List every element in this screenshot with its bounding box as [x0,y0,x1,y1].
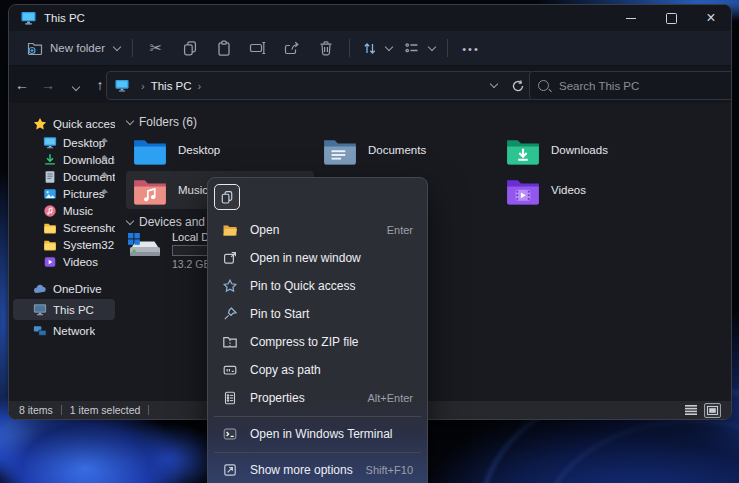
menu-item-label: Open in new window [250,251,413,265]
sidebar-item-label: Videos [63,256,98,268]
folders-section-header[interactable]: Folders (6) [127,115,197,129]
sidebar-item-documents[interactable]: Documents [13,168,115,185]
menu-item-open-in-new-window[interactable]: Open in new window [212,244,423,272]
network-icon [33,324,47,338]
toolbar-separator [132,39,133,57]
pin-icon [98,137,109,148]
folder-tile-documents[interactable]: Documents [316,131,504,169]
this-pc-icon [115,79,129,92]
music-folder-icon [132,176,168,205]
cut-icon [150,39,163,57]
search-input[interactable] [557,79,732,93]
minimize-button[interactable] [611,5,651,31]
delete-button[interactable] [309,40,343,57]
breadcrumb-item-this-pc[interactable]: This PC [151,80,192,92]
rename-button[interactable] [241,40,275,56]
folder-tile-downloads[interactable]: Downloads [499,131,687,169]
sidebar-item-network[interactable]: Network [13,320,115,341]
see-more-button[interactable] [454,39,488,57]
menu-item-pin-to-quick-access[interactable]: Pin to Quick access [212,272,423,300]
menu-item-label: Open in Windows Terminal [250,427,413,441]
menu-item-label: Pin to Quick access [250,279,413,293]
download-icon [43,153,57,167]
folder-icon [43,221,57,235]
new-folder-label: New folder [50,42,105,54]
sidebar-item-label: Music [63,205,93,217]
context-menu-command-bar [212,184,423,216]
address-bar: › This PC › [9,66,731,103]
sidebar-item-system32[interactable]: System32 [13,236,115,253]
refresh-button[interactable] [511,79,525,93]
menu-item-compress-to-zip[interactable]: Compress to ZIP file [212,328,423,356]
this-pc-icon [21,11,36,25]
new-folder-icon [27,41,44,56]
folder-tile-label: Desktop [178,144,220,156]
new-folder-button[interactable]: New folder [21,37,126,60]
copy-button[interactable] [173,40,207,57]
pc-icon [33,303,47,317]
menu-item-pin-to-start[interactable]: Pin to Start [212,300,423,328]
videos-icon [43,255,57,269]
sidebar-item-label: OneDrive [53,283,102,295]
menu-item-shortcut: Enter [387,224,413,236]
paste-button[interactable] [207,40,241,57]
maximize-button[interactable] [651,5,691,31]
search-box[interactable] [529,71,732,100]
music-icon [43,204,57,218]
cut-button[interactable] [139,39,173,57]
menu-item-copy-as-path[interactable]: Copy as path [212,356,423,384]
sidebar-item-videos[interactable]: Videos [13,253,115,270]
sidebar-item-label: This PC [53,304,94,316]
view-button[interactable] [398,37,441,59]
folder-tile-label: Music [178,184,208,196]
close-button[interactable] [691,5,731,31]
copy-path-icon [222,362,238,378]
menu-item-open[interactable]: Open Enter [212,216,423,244]
sidebar-item-label: System32 [63,239,114,251]
details-view-button[interactable] [683,404,698,417]
folder-tile-label: Videos [551,184,586,196]
copy-command-button[interactable] [214,184,240,210]
toolbar-separator [447,39,448,57]
window-title: This PC [44,12,85,24]
sidebar-item-this-pc[interactable]: This PC [13,299,115,320]
recent-locations-button[interactable] [61,77,87,93]
back-button[interactable] [9,77,35,93]
folder-tile-videos[interactable]: Videos [499,171,687,209]
sidebar-item-screenshots[interactable]: Screenshots [13,219,115,236]
folder-tile-desktop[interactable]: Desktop [126,131,314,169]
chevron-down-icon [126,216,134,224]
close-icon [706,9,715,27]
document-icon [43,170,57,184]
menu-item-open-in-windows-terminal[interactable]: Open in Windows Terminal [212,420,423,448]
terminal-icon [222,426,238,442]
large-icons-view-button[interactable] [704,403,721,418]
share-button[interactable] [275,40,309,56]
chevron-down-icon [428,42,436,50]
view-icon [404,41,420,55]
sidebar-item-music[interactable]: Music [13,202,115,219]
desktop-icon [43,136,57,150]
copy-icon [182,40,198,57]
sidebar-item-label: Quick access [53,118,115,130]
forward-button[interactable] [35,77,61,93]
sidebar-item-onedrive[interactable]: OneDrive [13,278,115,299]
sidebar-item-pictures[interactable]: Pictures [13,185,115,202]
menu-item-show-more-options[interactable]: Show more options Shift+F10 [212,456,423,483]
downloads-folder-icon [505,136,541,165]
star-outline-icon [222,278,238,294]
chevron-down-icon [113,42,121,50]
context-menu: Open Enter Open in new window Pin to Qui… [207,177,428,483]
rename-icon [249,40,266,56]
sort-button[interactable] [356,37,398,60]
sidebar-item-label: Network [53,325,95,337]
address-dropdown-chevron-icon[interactable] [490,80,498,88]
sidebar-item-quick-access[interactable]: Quick access [13,113,115,134]
menu-item-properties[interactable]: Properties Alt+Enter [212,384,423,412]
copy-icon [220,190,234,205]
title-bar[interactable]: This PC [9,5,731,31]
sidebar-item-downloads[interactable]: Downloads [13,151,115,168]
breadcrumb[interactable]: › This PC › [106,71,534,100]
details-view-icon [685,405,697,415]
sidebar-item-desktop[interactable]: Desktop [13,134,115,151]
